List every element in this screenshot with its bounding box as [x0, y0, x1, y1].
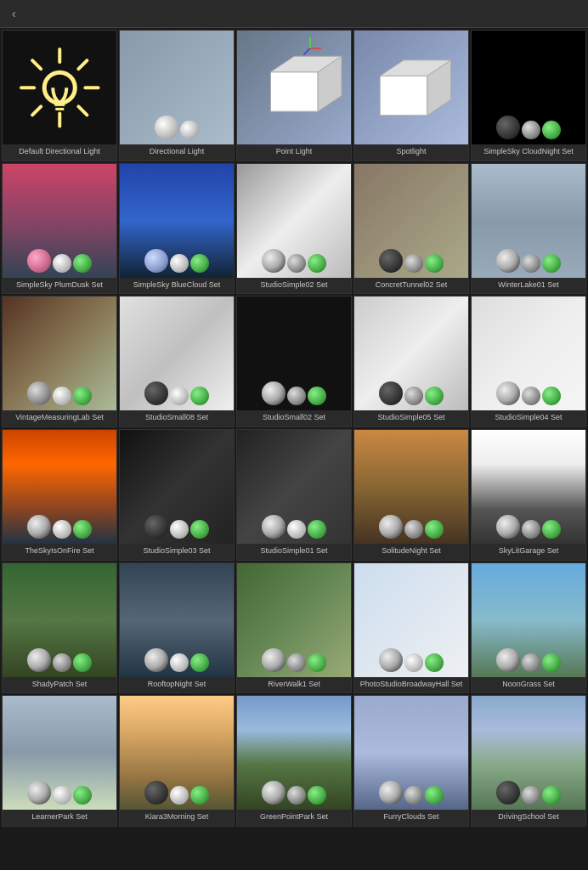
grid-item-noon-grass[interactable]: NoonGrass Set: [471, 562, 586, 694]
thumb-solitude-night: [354, 430, 468, 544]
grid-item-concret-tunnel02[interactable]: ConcretTunnel02 Set: [353, 163, 469, 295]
label-simplesky-bluecloud: SimpleSky BlueCloud Set: [120, 278, 234, 294]
label-kiara3-morning: Kiara3Morning Set: [120, 810, 234, 826]
grid-item-studio-simple05[interactable]: StudioSimple05 Set: [353, 296, 469, 427]
grid-item-driving-school[interactable]: DrivingSchool Set: [471, 695, 586, 827]
thumb-rooftop-night: [120, 563, 234, 677]
label-furry-clouds: FurryClouds Set: [354, 810, 468, 826]
grid-item-kiara3-morning[interactable]: Kiara3Morning Set: [119, 695, 235, 827]
thumb-studio-small08: [120, 297, 234, 410]
label-rooftop-night: RooftopNight Set: [120, 677, 234, 693]
label-vintage-measuring-lab: VintageMeasuringLab Set: [3, 410, 116, 427]
thumb-studio-simple03: [120, 430, 234, 544]
label-studio-small02: StudioSmall02 Set: [237, 410, 351, 427]
label-driving-school: DrivingSchool Set: [472, 810, 585, 826]
grid-item-solitude-night[interactable]: SolitudeNight Set: [353, 429, 469, 561]
grid-item-studio-small02[interactable]: StudioSmall02 Set: [236, 296, 352, 427]
grid-item-default-directional-light[interactable]: Default Directional Light: [2, 30, 117, 161]
label-studio-simple05: StudioSimple05 Set: [354, 410, 468, 427]
label-solitude-night: SolitudeNight Set: [354, 544, 468, 560]
label-simplesky-plumdusk: SimpleSky PlumDusk Set: [3, 278, 116, 294]
grid-item-learner-park[interactable]: LearnerPark Set: [2, 695, 117, 827]
svg-line-7: [78, 60, 87, 69]
thumb-studio-simple05: [354, 297, 468, 410]
label-concret-tunnel02: ConcretTunnel02 Set: [354, 278, 468, 294]
grid-item-simplesky-cloudnight[interactable]: SimpleSky CloudNight Set: [471, 30, 586, 161]
grid-item-point-light[interactable]: Point Light: [236, 30, 352, 161]
label-spotlight: Spotlight: [354, 144, 468, 161]
grid-item-sky-is-on-fire[interactable]: TheSkyIsOnFire Set: [2, 429, 117, 561]
thumb-skylit-garage: [472, 430, 585, 544]
grid-item-furry-clouds[interactable]: FurryClouds Set: [353, 695, 469, 827]
label-green-point-park: GreenPointPark Set: [237, 810, 351, 826]
label-studio-simple04: StudioSimple04 Set: [472, 410, 585, 427]
label-default-directional-light: Default Directional Light: [3, 144, 116, 161]
label-shady-patch: ShadyPatch Set: [3, 677, 116, 693]
grid-item-shady-patch[interactable]: ShadyPatch Set: [2, 562, 117, 694]
thumb-spotlight: [354, 31, 468, 144]
thumb-vintage-measuring-lab: [3, 297, 116, 410]
label-studio-small08: StudioSmall08 Set: [120, 410, 234, 427]
label-winter-lake01: WinterLake01 Set: [472, 278, 585, 294]
thumb-learner-park: [3, 696, 116, 810]
svg-point-0: [44, 72, 75, 103]
thumb-point-light: [237, 31, 351, 144]
grid-item-rooftop-night[interactable]: RooftopNight Set: [119, 562, 235, 694]
thumb-simplesky-bluecloud: [120, 164, 234, 278]
thumb-noon-grass: [472, 563, 585, 677]
thumb-shady-patch: [3, 563, 116, 677]
header: ‹: [0, 0, 588, 28]
thumb-kiara3-morning: [120, 696, 234, 810]
thumb-studio-simple01: [237, 430, 351, 544]
svg-marker-17: [380, 76, 427, 115]
label-studio-simple03: StudioSimple03 Set: [120, 544, 234, 560]
label-skylit-garage: SkyLitGarage Set: [472, 544, 585, 560]
thumb-default-directional-light: [3, 31, 116, 144]
grid-item-studio-simple02[interactable]: StudioSimple02 Set: [236, 163, 352, 295]
label-point-light: Point Light: [237, 144, 351, 161]
label-simplesky-cloudnight: SimpleSky CloudNight Set: [472, 144, 585, 161]
thumb-directional-light: [120, 31, 234, 144]
label-sky-is-on-fire: TheSkyIsOnFire Set: [3, 544, 116, 560]
grid-item-winter-lake01[interactable]: WinterLake01 Set: [471, 163, 586, 295]
grid-item-simplesky-plumdusk[interactable]: SimpleSky PlumDusk Set: [2, 163, 117, 295]
back-arrow-icon: ‹: [12, 7, 16, 20]
label-directional-light: Directional Light: [120, 144, 234, 161]
thumb-photo-studio-broadway-hall: [354, 563, 468, 677]
thumb-winter-lake01: [472, 164, 585, 278]
svg-line-16: [303, 48, 309, 54]
label-photo-studio-broadway-hall: PhotoStudioBroadwayHall Set: [354, 677, 468, 693]
light-grid: Default Directional LightDirectional Lig…: [0, 28, 588, 828]
grid-item-directional-light[interactable]: Directional Light: [119, 30, 235, 161]
grid-item-vintage-measuring-lab[interactable]: VintageMeasuringLab Set: [2, 296, 117, 427]
thumb-green-point-park: [237, 696, 351, 810]
grid-item-skylit-garage[interactable]: SkyLitGarage Set: [471, 429, 586, 561]
grid-item-simplesky-bluecloud[interactable]: SimpleSky BlueCloud Set: [119, 163, 235, 295]
svg-marker-11: [270, 71, 318, 110]
thumb-concret-tunnel02: [354, 164, 468, 278]
svg-line-8: [32, 106, 41, 115]
thumb-studio-simple02: [237, 164, 351, 278]
label-river-walk1: RiverWalk1 Set: [237, 677, 351, 693]
thumb-furry-clouds: [354, 696, 468, 810]
grid-item-photo-studio-broadway-hall[interactable]: PhotoStudioBroadwayHall Set: [353, 562, 469, 694]
grid-item-spotlight[interactable]: Spotlight: [353, 30, 469, 161]
thumb-sky-is-on-fire: [3, 430, 116, 544]
grid-item-green-point-park[interactable]: GreenPointPark Set: [236, 695, 352, 827]
thumb-studio-simple04: [472, 297, 585, 410]
grid-item-studio-simple01[interactable]: StudioSimple01 Set: [236, 429, 352, 561]
thumb-river-walk1: [237, 563, 351, 677]
grid-item-studio-small08[interactable]: StudioSmall08 Set: [119, 296, 235, 427]
thumb-simplesky-cloudnight: [472, 31, 585, 144]
svg-line-5: [32, 60, 41, 69]
label-studio-simple02: StudioSimple02 Set: [237, 278, 351, 294]
back-button[interactable]: ‹: [12, 7, 20, 20]
thumb-studio-small02: [237, 297, 351, 410]
grid-item-studio-simple04[interactable]: StudioSimple04 Set: [471, 296, 586, 427]
label-noon-grass: NoonGrass Set: [472, 677, 585, 693]
svg-line-6: [78, 106, 87, 115]
label-learner-park: LearnerPark Set: [3, 810, 116, 826]
thumb-simplesky-plumdusk: [3, 164, 116, 278]
grid-item-river-walk1[interactable]: RiverWalk1 Set: [236, 562, 352, 694]
grid-item-studio-simple03[interactable]: StudioSimple03 Set: [119, 429, 235, 561]
